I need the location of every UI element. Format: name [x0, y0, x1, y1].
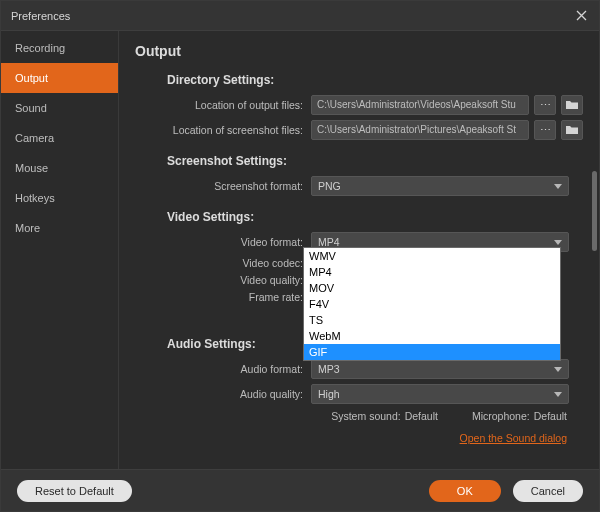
label-microphone: Microphone:: [472, 410, 530, 422]
label-video-format: Video format:: [135, 236, 311, 248]
value-system-sound: Default: [405, 410, 438, 422]
titlebar: Preferences: [1, 1, 599, 31]
select-screenshot-format[interactable]: PNG: [311, 176, 569, 196]
open-sound-dialog-link[interactable]: Open the Sound dialog: [135, 432, 567, 444]
value-microphone: Default: [534, 410, 567, 422]
sidebar-item-recording[interactable]: Recording: [1, 33, 118, 63]
page-title: Output: [135, 43, 583, 59]
sidebar-item-sound[interactable]: Sound: [1, 93, 118, 123]
dropdown-option[interactable]: TS: [304, 312, 560, 328]
ellipsis-icon[interactable]: ⋯: [534, 120, 556, 140]
row-screenshot-format: Screenshot format: PNG: [135, 176, 583, 196]
dropdown-option[interactable]: MOV: [304, 280, 560, 296]
sidebar-item-label: Camera: [15, 132, 54, 144]
sidebar: Recording Output Sound Camera Mouse Hotk…: [1, 31, 119, 469]
main-panel: Output Directory Settings: Location of o…: [119, 31, 599, 469]
row-screenshot-location: Location of screenshot files: C:\Users\A…: [135, 120, 583, 140]
cancel-button[interactable]: Cancel: [513, 480, 583, 502]
close-icon[interactable]: [573, 8, 589, 24]
ellipsis-icon[interactable]: ⋯: [534, 95, 556, 115]
input-screenshot-location[interactable]: C:\Users\Administrator\Pictures\Apeaksof…: [311, 120, 529, 140]
label-frame-rate: Frame rate:: [135, 291, 311, 303]
label-audio-quality: Audio quality:: [135, 388, 311, 400]
sidebar-item-output[interactable]: Output: [1, 63, 118, 93]
section-heading-screenshot: Screenshot Settings:: [167, 154, 583, 168]
label-screenshot-location: Location of screenshot files:: [135, 124, 311, 136]
label-video-codec: Video codec:: [135, 257, 311, 269]
window-title: Preferences: [11, 10, 70, 22]
body: Recording Output Sound Camera Mouse Hotk…: [1, 31, 599, 469]
sidebar-item-label: Sound: [15, 102, 47, 114]
sidebar-item-label: Hotkeys: [15, 192, 55, 204]
video-format-dropdown[interactable]: WMV MP4 MOV F4V TS WebM GIF: [303, 247, 561, 361]
row-audio-format: Audio format: MP3: [135, 359, 583, 379]
dropdown-option[interactable]: GIF: [304, 344, 560, 360]
dropdown-option[interactable]: WMV: [304, 248, 560, 264]
folder-icon[interactable]: [561, 120, 583, 140]
preferences-window: Preferences Recording Output Sound Camer…: [0, 0, 600, 512]
sidebar-item-label: More: [15, 222, 40, 234]
sidebar-item-more[interactable]: More: [1, 213, 118, 243]
row-output-location: Location of output files: C:\Users\Admin…: [135, 95, 583, 115]
sidebar-item-hotkeys[interactable]: Hotkeys: [1, 183, 118, 213]
dropdown-option[interactable]: F4V: [304, 296, 560, 312]
ok-button[interactable]: OK: [429, 480, 501, 502]
sidebar-item-camera[interactable]: Camera: [1, 123, 118, 153]
audio-device-row: System sound: Default Microphone: Defaul…: [135, 410, 583, 422]
select-audio-quality[interactable]: High: [311, 384, 569, 404]
label-system-sound: System sound:: [331, 410, 400, 422]
reset-button[interactable]: Reset to Default: [17, 480, 132, 502]
sidebar-item-label: Recording: [15, 42, 65, 54]
folder-icon[interactable]: [561, 95, 583, 115]
label-video-quality: Video quality:: [135, 274, 311, 286]
sidebar-item-label: Mouse: [15, 162, 48, 174]
select-audio-format[interactable]: MP3: [311, 359, 569, 379]
label-screenshot-format: Screenshot format:: [135, 180, 311, 192]
section-heading-video: Video Settings:: [167, 210, 583, 224]
row-audio-quality: Audio quality: High: [135, 384, 583, 404]
footer: Reset to Default OK Cancel: [1, 469, 599, 511]
scrollbar[interactable]: [592, 171, 597, 251]
input-output-location[interactable]: C:\Users\Administrator\Videos\Apeaksoft …: [311, 95, 529, 115]
sidebar-item-label: Output: [15, 72, 48, 84]
section-heading-directory: Directory Settings:: [167, 73, 583, 87]
label-output-location: Location of output files:: [135, 99, 311, 111]
dropdown-option[interactable]: WebM: [304, 328, 560, 344]
dropdown-option[interactable]: MP4: [304, 264, 560, 280]
label-audio-format: Audio format:: [135, 363, 311, 375]
sidebar-item-mouse[interactable]: Mouse: [1, 153, 118, 183]
